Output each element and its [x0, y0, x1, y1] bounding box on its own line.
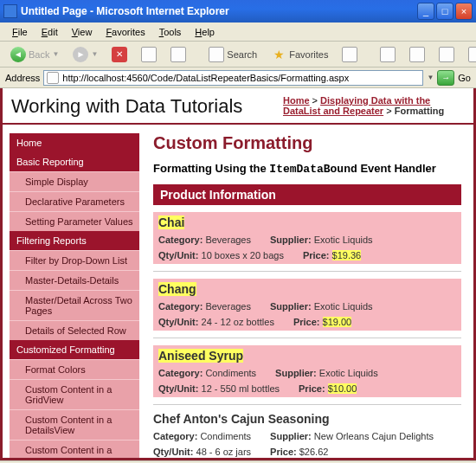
product-block: Chef Anton's Cajun SeasoningCategory: Co…	[153, 412, 461, 457]
address-label: Address	[5, 73, 40, 83]
product-price: $19.36	[332, 250, 362, 260]
nav-item-master-details-details[interactable]: Master-Details-Details	[10, 270, 139, 290]
product-name: Chang	[158, 282, 196, 296]
print-icon	[409, 47, 425, 62]
chevron-down-icon[interactable]: ▼	[427, 74, 434, 81]
home-button[interactable]	[165, 44, 191, 65]
nav-item-declarative-parameters[interactable]: Declarative Parameters	[10, 191, 139, 211]
code-term: ItemDataBound	[269, 163, 357, 176]
breadcrumb: Home > Displaying Data with the DataList…	[283, 95, 465, 118]
product-divider	[153, 404, 461, 405]
discuss-icon	[468, 47, 476, 62]
nav-item-setting-parameter-values[interactable]: Setting Parameter Values	[10, 211, 139, 231]
ie-icon	[3, 4, 17, 18]
mail-button[interactable]	[375, 44, 401, 65]
favorites-button[interactable]: ★ Favorites	[266, 44, 333, 65]
search-button[interactable]: Search	[203, 44, 262, 65]
sidebar-nav: HomeBasic ReportingSimple DisplayDeclara…	[10, 133, 139, 460]
page-icon	[47, 72, 59, 84]
section-band: Product Information	[153, 184, 461, 205]
go-label: Go	[458, 73, 471, 83]
edit-icon	[439, 47, 454, 62]
nav-header-basic-reporting[interactable]: Basic Reporting	[10, 152, 139, 171]
back-label: Back	[29, 49, 49, 60]
nav-item-custom-content-in-a-gridview[interactable]: Custom Content in a GridView	[10, 379, 139, 409]
discuss-button[interactable]	[463, 44, 476, 65]
refresh-button[interactable]	[136, 44, 162, 65]
history-icon	[342, 47, 357, 62]
window-title: Untitled Page - Microsoft Internet Explo…	[21, 5, 415, 17]
nav-header-home[interactable]: Home	[10, 133, 139, 152]
menu-edit[interactable]: Edit	[35, 25, 65, 39]
nav-item-simple-display[interactable]: Simple Display	[10, 171, 139, 191]
product-name: Chef Anton's Cajun Seasoning	[153, 412, 330, 426]
address-bar: Address http://localhost:4560/Code/DataL…	[0, 68, 476, 88]
product-price: $19.00	[323, 317, 352, 327]
page-header: Working with Data Tutorials Home > Displ…	[3, 88, 473, 125]
chevron-down-icon: ▼	[52, 50, 59, 58]
menu-view[interactable]: View	[65, 25, 100, 39]
page-viewport[interactable]: Working with Data Tutorials Home > Displ…	[0, 88, 476, 460]
forward-icon: ►	[73, 47, 88, 62]
nav-item-custom-content-in-a-detailsview[interactable]: Custom Content in a DetailsView	[10, 409, 139, 440]
search-icon	[209, 47, 224, 62]
stop-button[interactable]: ✕	[106, 44, 132, 65]
close-button[interactable]: ×	[455, 3, 473, 20]
menu-favorites[interactable]: Favorites	[99, 25, 151, 39]
content-heading: Custom Formatting	[153, 133, 461, 153]
back-icon: ◄	[10, 47, 26, 62]
go-button[interactable]: →	[437, 70, 454, 86]
minimize-button[interactable]: _	[417, 3, 434, 20]
nav-item-master-detail-across-two-pages[interactable]: Master/Detail Across Two Pages	[10, 290, 139, 320]
product-name: Aniseed Syrup	[158, 349, 243, 363]
menu-help[interactable]: Help	[188, 25, 222, 39]
nav-header-customized-formatting[interactable]: Customized Formatting	[10, 340, 139, 359]
product-divider	[153, 271, 461, 272]
address-input[interactable]: http://localhost:4560/Code/DataListRepea…	[43, 70, 423, 86]
nav-item-filter-by-drop-down-list[interactable]: Filter by Drop-Down List	[10, 250, 139, 270]
nav-item-custom-content-in-a[interactable]: Custom Content in a	[10, 440, 139, 460]
forward-button[interactable]: ► ▼	[68, 44, 103, 65]
breadcrumb-home[interactable]: Home	[283, 95, 310, 106]
home-icon	[170, 47, 186, 62]
window-titlebar: Untitled Page - Microsoft Internet Explo…	[0, 0, 476, 23]
stop-icon: ✕	[112, 47, 127, 62]
main-content: Custom Formatting Formatting Using the I…	[139, 133, 466, 460]
page-title: Working with Data Tutorials	[11, 95, 283, 118]
search-label: Search	[227, 49, 257, 60]
star-icon: ★	[271, 47, 286, 62]
menu-file[interactable]: File	[5, 25, 35, 39]
menu-tools[interactable]: Tools	[152, 25, 189, 39]
product-price: $10.00	[328, 383, 357, 394]
breadcrumb-current: Formatting	[395, 106, 444, 116]
chevron-down-icon: ▼	[91, 50, 98, 58]
content-subheading: Formatting Using the ItemDataBound Event…	[153, 162, 461, 176]
refresh-icon	[141, 47, 157, 62]
favorites-label: Favorites	[289, 49, 328, 60]
nav-item-format-colors[interactable]: Format Colors	[10, 359, 139, 379]
product-price: $26.62	[299, 447, 329, 457]
mail-icon	[380, 47, 396, 62]
address-url: http://localhost:4560/Code/DataListRepea…	[62, 73, 349, 83]
product-block: Aniseed SyrupCategory: CondimentsSupplie…	[153, 345, 461, 397]
edit-button[interactable]	[434, 44, 460, 65]
print-button[interactable]	[404, 44, 430, 65]
back-button[interactable]: ◄ Back ▼	[5, 44, 64, 65]
history-button[interactable]	[337, 44, 363, 65]
menu-bar: FileEditViewFavoritesToolsHelp	[0, 23, 476, 42]
nav-item-details-of-selected-row[interactable]: Details of Selected Row	[10, 320, 139, 340]
nav-header-filtering-reports[interactable]: Filtering Reports	[10, 231, 139, 250]
product-block: ChaiCategory: BeveragesSupplier: Exotic …	[153, 212, 461, 264]
product-name: Chai	[158, 215, 184, 229]
maximize-button[interactable]: □	[436, 3, 453, 20]
product-divider	[153, 338, 461, 338]
browser-toolbar: ◄ Back ▼ ► ▼ ✕ Search ★ Favorites	[0, 42, 476, 68]
product-block: ChangCategory: BeveragesSupplier: Exotic…	[153, 279, 461, 331]
